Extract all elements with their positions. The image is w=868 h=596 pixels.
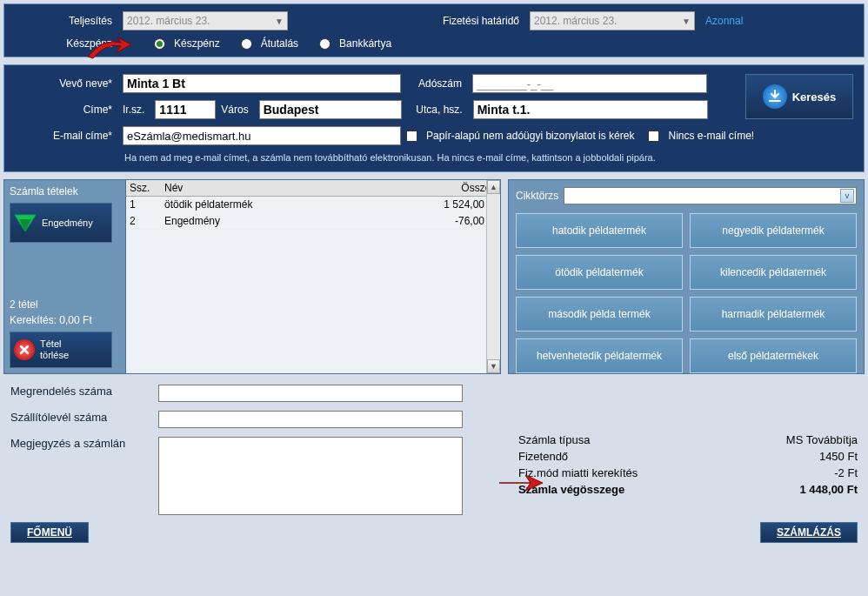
catalog-select[interactable]: v — [564, 187, 857, 204]
order-number-input[interactable] — [158, 385, 463, 402]
postal-code-input[interactable] — [155, 100, 216, 119]
invoicing-button[interactable]: SZÁMLÁZÁS — [760, 522, 858, 543]
chevron-down-icon: ▼ — [682, 17, 691, 26]
delivery-note-input[interactable] — [158, 411, 463, 428]
discount-button-label: Engedmény — [42, 218, 93, 228]
table-row[interactable]: 1 ötödik példatermék 1 524,00 Ft — [126, 197, 500, 213]
invoice-lines-grid[interactable]: Ssz. Név Összeg 1 ötödik példatermék 1 5… — [126, 180, 500, 373]
email-note-text: Ha nem ad meg e-mail címet, a számla nem… — [124, 152, 855, 163]
invoice-remark-label: Megjegyzés a számlán — [10, 437, 158, 450]
deadline-label: Fizetési határidő — [429, 15, 524, 27]
delete-line-label-2: törlése — [40, 350, 69, 361]
radio-cash[interactable] — [154, 38, 165, 50]
radio-transfer[interactable] — [241, 38, 252, 50]
discount-triangle-icon — [14, 213, 37, 232]
scroll-down-icon[interactable]: ▼ — [487, 359, 500, 373]
summary-payable-value: 1450 Ft — [819, 450, 858, 463]
city-label: Város — [221, 104, 253, 116]
deadline-date-select[interactable]: 2012. március 23. ▼ — [530, 11, 695, 30]
delete-line-button[interactable]: Tétel törlése — [10, 331, 112, 368]
postal-code-label: Ir.sz. — [123, 104, 150, 116]
customer-name-label: Vevő neve* — [13, 77, 117, 90]
deadline-date-value: 2012. március 23. — [534, 15, 617, 27]
summary-rounding-label: Fiz.mód miatti kerekítés — [518, 466, 638, 479]
col-header-ssz: Ssz. — [126, 180, 161, 196]
delete-line-label-1: Tétel — [40, 338, 69, 350]
street-label: Utca, hsz. — [407, 104, 468, 116]
summary-type-label: Számla típusa — [518, 433, 590, 446]
invoice-remark-textarea[interactable] — [158, 437, 463, 515]
catalog-item-button[interactable]: ötödik példatermék — [516, 255, 683, 290]
delivery-note-label: Szállítólevél száma — [10, 411, 158, 424]
cell-name: Engedmény — [161, 213, 413, 229]
search-button-label: Keresés — [792, 90, 837, 104]
catalog-item-button[interactable]: második példa termék — [516, 297, 683, 331]
radio-cash-label: Készpénz — [174, 37, 220, 50]
catalog-item-button[interactable]: kilencedik példatermék — [690, 255, 857, 290]
catalog-item-button[interactable]: hatodik példatermék — [516, 213, 683, 248]
search-button[interactable]: Keresés — [745, 74, 853, 119]
chevron-down-icon: v — [840, 189, 854, 203]
cell-ssz: 1 — [126, 197, 161, 212]
no-email-checkbox[interactable] — [648, 131, 659, 142]
fulfillment-label: Teljesítés — [13, 15, 117, 27]
summary-type-value: MS Továbbítja — [786, 433, 858, 446]
street-input[interactable] — [473, 100, 708, 119]
tax-number-input[interactable] — [472, 74, 707, 93]
payment-method-label: Készpénz — [13, 37, 117, 50]
summary-total-label: Számla végösszege — [518, 483, 624, 496]
summary-payable-label: Fizetendő — [518, 450, 568, 463]
immediate-link[interactable]: Azonnal — [705, 15, 743, 27]
catalog-item-button[interactable]: negyedik példatermék — [690, 213, 857, 248]
city-input[interactable] — [259, 100, 402, 119]
radio-transfer-label: Átutalás — [261, 37, 298, 50]
catalog-item-button[interactable]: első példatermékek — [690, 338, 857, 373]
catalog-title: Cikktörzs — [516, 190, 558, 202]
paper-receipt-checkbox[interactable] — [406, 131, 417, 142]
invoice-lines-title: Számla tételek — [10, 185, 120, 198]
summary-total-value: 1 448,00 Ft — [800, 483, 858, 496]
tax-number-label: Adószám — [406, 77, 467, 90]
radio-card-label: Bankkártya — [339, 37, 391, 50]
email-input[interactable] — [123, 126, 401, 145]
table-row[interactable]: 2 Engedmény -76,00 Ft — [126, 213, 500, 230]
radio-card[interactable] — [319, 38, 331, 50]
main-menu-button[interactable]: FŐMENÜ — [10, 522, 89, 543]
delete-x-icon — [14, 339, 35, 360]
fulfillment-date-select[interactable]: 2012. március 23. ▼ — [123, 11, 288, 30]
grid-scrollbar[interactable]: ▲ ▼ — [486, 180, 500, 373]
download-arrow-icon — [763, 84, 787, 109]
customer-name-input[interactable] — [123, 74, 401, 93]
fulfillment-date-value: 2012. március 23. — [127, 15, 210, 27]
scroll-up-icon[interactable]: ▲ — [487, 180, 500, 194]
catalog-item-button[interactable]: harmadik példatermék — [690, 297, 857, 331]
line-count-text: 2 tétel — [10, 298, 120, 311]
cell-name: ötödik példatermék — [161, 197, 413, 212]
no-email-label: Nincs e-mail címe! — [668, 130, 754, 142]
discount-button[interactable]: Engedmény — [10, 203, 112, 243]
chevron-down-icon: ▼ — [275, 17, 284, 26]
cell-ssz: 2 — [126, 213, 161, 229]
address-label: Címe* — [13, 104, 117, 116]
order-number-label: Megrendelés száma — [10, 385, 158, 398]
catalog-item-button[interactable]: hetvenhetedik példatermék — [516, 338, 683, 373]
paper-receipt-label: Papír-alapú nem adóügyi bizonylatot is k… — [426, 130, 634, 142]
rounding-text: Kerekítés: 0,00 Ft — [10, 314, 120, 326]
summary-rounding-value: -2 Ft — [834, 466, 858, 479]
col-header-name: Név — [161, 180, 413, 196]
email-label: E-mail címe* — [13, 130, 117, 142]
